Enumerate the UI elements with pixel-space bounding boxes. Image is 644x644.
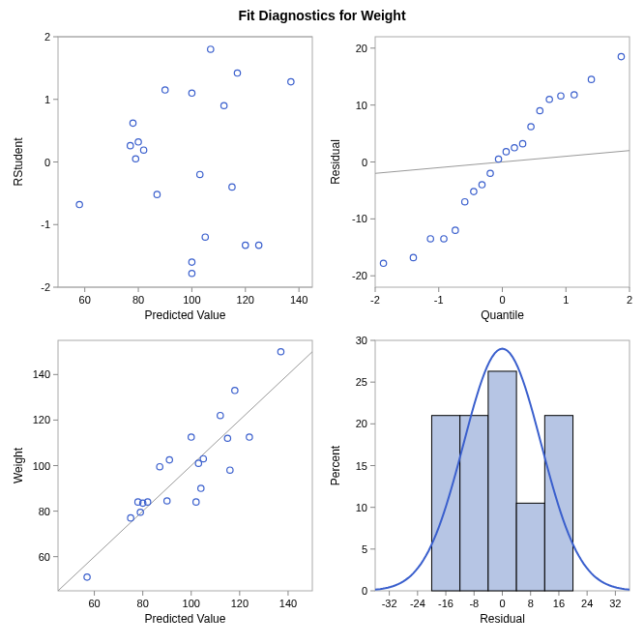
svg-point-82 xyxy=(528,124,534,130)
svg-text:140: 140 xyxy=(279,598,297,609)
svg-text:0: 0 xyxy=(362,585,367,597)
svg-text:0: 0 xyxy=(499,294,505,306)
svg-point-33 xyxy=(189,90,194,96)
svg-text:0: 0 xyxy=(44,157,50,168)
svg-line-68 xyxy=(375,151,629,174)
svg-point-84 xyxy=(546,97,552,102)
svg-point-72 xyxy=(441,236,447,242)
svg-text:0: 0 xyxy=(362,157,367,168)
svg-text:Residual: Residual xyxy=(480,612,525,626)
svg-point-36 xyxy=(197,171,203,177)
svg-text:10: 10 xyxy=(356,100,367,111)
svg-text:-1: -1 xyxy=(41,219,50,230)
svg-text:2: 2 xyxy=(627,294,632,306)
svg-point-130 xyxy=(232,388,238,394)
svg-point-132 xyxy=(278,349,283,355)
svg-text:120: 120 xyxy=(237,294,254,306)
svg-point-31 xyxy=(154,191,160,197)
svg-point-77 xyxy=(487,170,493,176)
svg-text:-2: -2 xyxy=(370,294,380,306)
svg-point-39 xyxy=(220,102,226,108)
svg-point-32 xyxy=(162,87,168,93)
svg-point-131 xyxy=(247,434,252,440)
svg-text:60: 60 xyxy=(79,294,91,306)
svg-rect-168 xyxy=(431,416,459,591)
svg-text:60: 60 xyxy=(88,598,100,609)
svg-text:0: 0 xyxy=(499,598,505,609)
svg-point-125 xyxy=(200,455,206,461)
svg-point-126 xyxy=(198,485,204,491)
svg-point-25 xyxy=(76,201,82,207)
panel-weight-vs-predicted: 60801001201406080100120140Predicted Valu… xyxy=(5,331,322,634)
svg-rect-170 xyxy=(488,371,516,591)
svg-point-128 xyxy=(227,467,233,473)
svg-text:140: 140 xyxy=(290,294,307,306)
svg-text:80: 80 xyxy=(132,294,144,306)
svg-point-30 xyxy=(140,147,146,153)
svg-text:25: 25 xyxy=(356,376,367,388)
svg-text:-1: -1 xyxy=(434,294,444,306)
svg-point-119 xyxy=(157,463,162,469)
svg-text:-10: -10 xyxy=(352,213,367,224)
svg-point-76 xyxy=(479,182,484,188)
svg-text:-8: -8 xyxy=(469,598,479,609)
svg-text:1: 1 xyxy=(44,94,50,105)
svg-point-74 xyxy=(462,199,468,205)
svg-text:1: 1 xyxy=(563,294,569,306)
svg-text:100: 100 xyxy=(33,460,50,472)
svg-text:24: 24 xyxy=(581,598,593,609)
svg-point-127 xyxy=(224,435,230,441)
svg-rect-89 xyxy=(58,340,312,591)
panel-rstudent-vs-predicted: 6080100120140-2-1012Predicted ValueRStud… xyxy=(5,27,322,331)
svg-point-114 xyxy=(128,514,133,520)
svg-point-37 xyxy=(202,234,208,240)
svg-text:-2: -2 xyxy=(41,281,50,293)
chart-container: Fit Diagnostics for Weight 6080100120140… xyxy=(0,0,644,644)
svg-point-113 xyxy=(84,574,90,580)
svg-point-70 xyxy=(410,254,416,260)
svg-text:20: 20 xyxy=(356,43,367,54)
svg-point-85 xyxy=(558,93,564,99)
panel-residual-histogram: -32-24-16-808162432051015202530ResidualP… xyxy=(322,331,639,634)
panel-qq-residual: -2-1012-20-1001020QuantileResidual xyxy=(322,27,639,331)
svg-text:140: 140 xyxy=(33,368,50,380)
svg-point-73 xyxy=(453,227,458,233)
svg-point-81 xyxy=(519,140,525,146)
svg-text:120: 120 xyxy=(231,598,249,609)
svg-text:60: 60 xyxy=(39,551,50,563)
svg-text:Predicted Value: Predicted Value xyxy=(145,612,226,626)
svg-text:30: 30 xyxy=(356,335,367,346)
svg-point-116 xyxy=(137,510,143,515)
svg-text:5: 5 xyxy=(362,543,367,555)
svg-point-122 xyxy=(193,499,199,505)
svg-point-71 xyxy=(427,236,433,242)
svg-text:-32: -32 xyxy=(382,598,397,609)
svg-point-29 xyxy=(135,139,141,145)
svg-point-121 xyxy=(166,456,172,462)
svg-point-129 xyxy=(218,413,223,419)
svg-point-83 xyxy=(537,107,542,113)
svg-point-78 xyxy=(495,156,501,161)
svg-point-75 xyxy=(471,189,477,194)
svg-point-41 xyxy=(234,70,240,75)
svg-line-112 xyxy=(58,352,312,591)
svg-text:-16: -16 xyxy=(438,598,454,609)
svg-text:-24: -24 xyxy=(410,598,425,609)
svg-point-34 xyxy=(189,271,194,277)
svg-text:Weight: Weight xyxy=(12,447,25,483)
chart-grid: 6080100120140-2-1012Predicted ValueRStud… xyxy=(5,27,639,634)
svg-text:16: 16 xyxy=(553,598,565,609)
svg-point-88 xyxy=(618,53,624,59)
svg-text:80: 80 xyxy=(39,506,50,517)
svg-text:Residual: Residual xyxy=(329,139,342,185)
svg-text:2: 2 xyxy=(44,31,50,43)
svg-text:100: 100 xyxy=(183,294,200,306)
svg-point-26 xyxy=(128,142,133,148)
svg-text:15: 15 xyxy=(356,460,367,472)
svg-point-86 xyxy=(571,92,577,98)
svg-point-27 xyxy=(130,120,135,126)
svg-rect-0 xyxy=(58,37,312,287)
svg-text:120: 120 xyxy=(33,414,50,425)
svg-point-44 xyxy=(288,78,294,84)
svg-rect-171 xyxy=(516,503,544,591)
